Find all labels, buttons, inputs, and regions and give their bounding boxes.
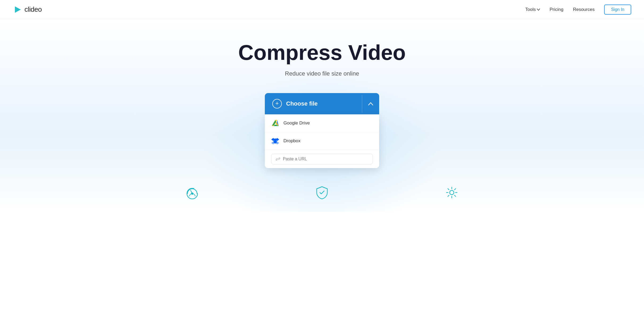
choose-file-label: Choose file (286, 100, 318, 107)
speedometer-icon-circle (184, 184, 201, 201)
dropbox-item[interactable]: Dropbox (265, 132, 379, 150)
url-input-box (271, 154, 373, 164)
hero-section: Compress Video Reduce video file size on… (0, 19, 644, 212)
speedometer-icon (185, 185, 200, 200)
upload-widget: + Choose file (265, 93, 379, 168)
url-input-item (265, 150, 379, 168)
logo-link[interactable]: clideo (13, 5, 42, 14)
gear-icon (444, 185, 459, 200)
sign-in-button[interactable]: Sign In (604, 5, 631, 15)
nav-right: Tools Pricing Resources Sign In (525, 5, 631, 15)
google-drive-label: Google Drive (283, 120, 310, 126)
svg-marker-0 (15, 6, 21, 13)
plus-circle-icon: + (272, 99, 282, 108)
chevron-up-icon (368, 102, 373, 106)
shield-icon-item (313, 184, 331, 201)
bottom-icons (162, 184, 482, 201)
speed-icon-item (184, 184, 201, 201)
clideo-logo-icon (13, 5, 22, 14)
chevron-up-area[interactable] (362, 96, 379, 111)
page-title: Compress Video (238, 40, 406, 65)
google-drive-icon (271, 119, 279, 127)
dropbox-icon (271, 137, 279, 145)
pricing-nav-link[interactable]: Pricing (550, 7, 563, 12)
svg-point-7 (450, 190, 454, 195)
shield-icon-circle (313, 184, 331, 201)
logo-text: clideo (24, 5, 42, 14)
shield-check-icon (315, 185, 329, 200)
choose-file-button[interactable]: + Choose file (265, 93, 379, 114)
choose-file-main: + Choose file (265, 93, 362, 114)
link-icon (276, 157, 280, 161)
dropbox-label: Dropbox (283, 138, 300, 144)
navbar: clideo Tools Pricing Resources Sign In (0, 0, 644, 19)
gear-icon-circle (443, 184, 460, 201)
tools-nav-link[interactable]: Tools (525, 7, 540, 12)
google-drive-item[interactable]: Google Drive (265, 114, 379, 132)
chevron-down-icon (537, 9, 540, 11)
url-input[interactable] (283, 157, 368, 161)
dropdown-panel: Google Drive Dropbox (265, 114, 379, 168)
resources-nav-link[interactable]: Resources (573, 7, 595, 12)
hero-subtitle: Reduce video file size online (285, 70, 359, 77)
gear-icon-item (443, 184, 460, 201)
